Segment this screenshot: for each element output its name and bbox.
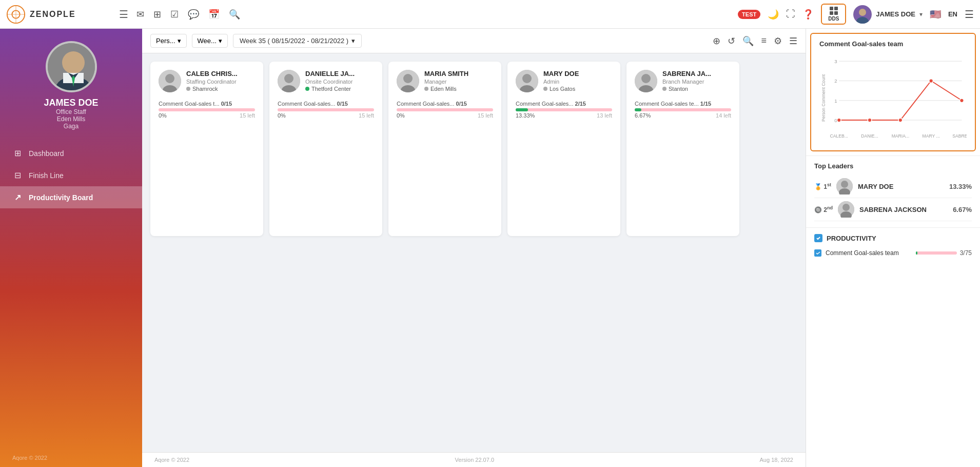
productivity-checkbox[interactable] bbox=[814, 234, 822, 242]
svg-point-18 bbox=[284, 74, 293, 83]
svg-point-15 bbox=[165, 74, 174, 83]
progress-bar-bg bbox=[159, 108, 255, 111]
card-percent: 13.33% bbox=[516, 112, 535, 119]
person-filter-chevron: ▾ bbox=[178, 37, 181, 45]
sidebar-item-productivity-board[interactable]: ↗ Productivity Board bbox=[0, 186, 142, 208]
person-filter-label: Pers... bbox=[156, 37, 175, 45]
progress-bar-fill bbox=[516, 108, 528, 111]
svg-point-5 bbox=[859, 9, 866, 16]
profile-company: Eden Mills bbox=[57, 115, 85, 123]
right-panel: Comment Goal-sales team Person Comment C… bbox=[806, 29, 980, 467]
week-display[interactable]: Week 35 ( 08/15/2022 - 08/21/2022 ) ▾ bbox=[233, 34, 362, 48]
person-card-sabrena[interactable]: SABRENA JA... Branch Manager Stanton Com… bbox=[626, 62, 739, 236]
fullscreen-icon[interactable]: ⛶ bbox=[786, 9, 795, 20]
help-icon[interactable]: ❓ bbox=[802, 9, 814, 20]
chart-container: Person Comment Count 0123CALEB...DANIE..… bbox=[819, 52, 967, 144]
dds-label: DDS bbox=[828, 16, 839, 22]
svg-point-45 bbox=[898, 118, 903, 122]
progress-bar-bg bbox=[397, 108, 493, 111]
sidebar-item-dashboard[interactable]: ⊞ Dashboard bbox=[0, 142, 142, 164]
chart-section: Comment Goal-sales team Person Comment C… bbox=[810, 33, 976, 151]
person-filter-button[interactable]: Pers... ▾ bbox=[150, 34, 187, 48]
test-badge: TEST bbox=[738, 10, 760, 19]
productivity-item-0: Comment Goal-sales team 3/75 bbox=[814, 247, 972, 259]
card-name: SABRENA JA... bbox=[662, 70, 731, 79]
app-name: ZENOPLE bbox=[30, 10, 76, 19]
week-filter-chevron: ▾ bbox=[219, 37, 222, 45]
card-header: SABRENA JA... Branch Manager Stanton bbox=[635, 70, 731, 92]
svg-text:CALEB...: CALEB... bbox=[830, 133, 848, 139]
card-stats-row: 0% 15 left bbox=[278, 112, 374, 119]
leader-avatar bbox=[838, 201, 854, 218]
hamburger-icon[interactable]: ☰ bbox=[119, 8, 128, 21]
leader-percent: 13.33% bbox=[949, 183, 972, 190]
top-nav: ZENOPLE ☰ ✉ ⊞ ☑ 💬 📅 🔍 TEST 🌙 ⛶ ❓ DDS bbox=[0, 0, 980, 29]
card-info: SABRENA JA... Branch Manager Stanton bbox=[662, 70, 731, 92]
footer-date: Aug 18, 2022 bbox=[760, 457, 793, 463]
toolbar-actions: ⊕ ↺ 🔍 ≡ ⚙ ☰ bbox=[713, 35, 797, 47]
card-info: DANIELLE JA... Onsite Coordinator Thetfo… bbox=[305, 70, 374, 92]
language-label[interactable]: EN bbox=[948, 10, 957, 18]
location-text: Los Gatos bbox=[550, 86, 575, 92]
filter-toolbar-icon[interactable]: ≡ bbox=[761, 35, 767, 46]
list-toolbar-icon[interactable]: ☰ bbox=[789, 35, 797, 47]
sidebar-item-finish-line[interactable]: ⊟ Finish Line bbox=[0, 164, 142, 186]
card-goal-row: Comment Goal-sales... 0/15 0% 15 left bbox=[397, 101, 493, 119]
card-left: 15 left bbox=[359, 112, 374, 119]
card-info: CALEB CHRIS... Staffing Coordinator Sham… bbox=[186, 70, 255, 92]
person-card-danielle[interactable]: DANIELLE JA... Onsite Coordinator Thetfo… bbox=[269, 62, 382, 236]
sidebar-footer: Aqore © 2022 bbox=[0, 449, 142, 467]
leader-rank: 🏅 1st bbox=[814, 182, 831, 190]
sidebar: JAMES DOE Office Staff Eden Mills Gaga ⊞… bbox=[0, 29, 142, 467]
productivity-title: PRODUCTIVITY bbox=[827, 235, 876, 242]
chart-title: Comment Goal-sales team bbox=[819, 40, 967, 48]
grid-icon[interactable]: ⊞ bbox=[153, 9, 161, 20]
leader-rank: 🔘 2nd bbox=[814, 205, 833, 213]
footer-version: Version 22.07.0 bbox=[455, 457, 494, 463]
card-location: Los Gatos bbox=[543, 86, 612, 92]
card-role: Branch Manager bbox=[662, 79, 731, 85]
location-text: Thetford Center bbox=[311, 86, 351, 92]
footer-copyright: Aqore © 2022 bbox=[154, 457, 189, 463]
card-percent: 0% bbox=[397, 112, 405, 119]
mail-icon[interactable]: ✉ bbox=[136, 9, 144, 20]
week-filter-button[interactable]: Wee... ▾ bbox=[192, 34, 228, 48]
person-card-mary[interactable]: MARY DOE Admin Los Gatos Comment Goal-sa… bbox=[507, 62, 620, 236]
svg-text:DANIE...: DANIE... bbox=[861, 133, 878, 139]
status-dot bbox=[424, 87, 428, 91]
profile-avatar bbox=[46, 41, 97, 92]
menu-list-icon[interactable]: ☰ bbox=[965, 8, 974, 21]
calendar-icon[interactable]: 📅 bbox=[208, 9, 220, 20]
card-avatar bbox=[635, 70, 657, 92]
card-goal-row: Comment Goal-sales... 2/15 13.33% 13 lef… bbox=[516, 101, 612, 119]
svg-point-52 bbox=[842, 204, 850, 211]
prod-item-label: Comment Goal-sales team bbox=[826, 249, 912, 257]
settings-toolbar-icon[interactable]: ⚙ bbox=[774, 35, 782, 47]
card-goal-row: Comment Goal-sales te... 1/15 6.67% 14 l… bbox=[635, 101, 731, 119]
card-left: 15 left bbox=[240, 112, 255, 119]
chart-svg: Person Comment Count 0123CALEB...DANIE..… bbox=[819, 52, 967, 144]
productivity-section: PRODUCTIVITY Comment Goal-sales team 3/7… bbox=[806, 227, 980, 265]
card-location: Stanton bbox=[662, 86, 731, 92]
person-card-caleb[interactable]: CALEB CHRIS... Staffing Coordinator Sham… bbox=[150, 62, 263, 236]
chat-icon[interactable]: 💬 bbox=[188, 9, 199, 20]
user-area[interactable]: JAMES DOE ▾ bbox=[853, 5, 923, 24]
prod-mini-bar-fill bbox=[916, 251, 917, 255]
dds-button[interactable]: DDS bbox=[821, 4, 846, 25]
person-card-maria[interactable]: MARIA SMITH Manager Eden Mills Comment G… bbox=[388, 62, 501, 236]
profile-role: Office Staff bbox=[56, 108, 86, 115]
profile-name: JAMES DOE bbox=[44, 98, 98, 108]
search-icon[interactable]: 🔍 bbox=[229, 9, 240, 20]
card-stats-row: 0% 15 left bbox=[159, 112, 255, 119]
card-stats-row: 13.33% 13 left bbox=[516, 112, 612, 119]
svg-point-44 bbox=[868, 118, 872, 122]
search-toolbar-icon[interactable]: 🔍 bbox=[742, 35, 754, 47]
moon-icon[interactable]: 🌙 bbox=[768, 9, 779, 20]
refresh-icon[interactable]: ↺ bbox=[728, 35, 735, 47]
check-icon[interactable]: ☑ bbox=[170, 9, 179, 20]
add-icon[interactable]: ⊕ bbox=[713, 35, 720, 47]
flag-icon: 🇺🇸 bbox=[930, 9, 941, 20]
card-left: 13 left bbox=[597, 112, 612, 119]
prod-item-checkbox[interactable] bbox=[814, 249, 821, 257]
productivity-icon: ↗ bbox=[12, 192, 23, 202]
